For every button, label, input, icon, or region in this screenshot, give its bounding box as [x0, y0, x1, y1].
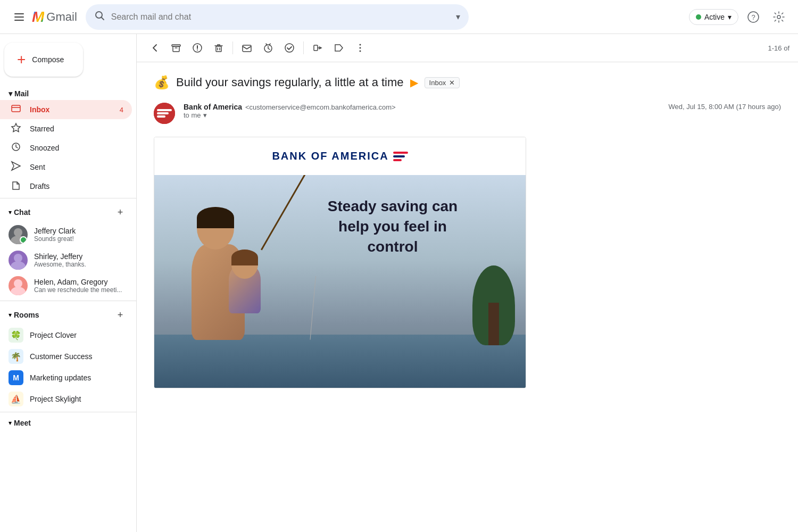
move-to-button[interactable]: [308, 38, 327, 57]
search-bar-wrapper: ▾: [86, 4, 469, 30]
chat-helen-name: Helen, Adam, Gregory: [34, 278, 123, 286]
search-bar: ▾: [86, 4, 469, 30]
stripe-1: [393, 152, 408, 154]
mail-section-header[interactable]: ▾ Mail: [0, 85, 136, 100]
to-label: to me: [184, 111, 201, 119]
email-meta: Bank of America <customerservice@emcom.b…: [154, 103, 781, 124]
toolbar-divider-2: [303, 41, 304, 54]
svg-rect-39: [157, 112, 169, 114]
sender-info: Bank of America <customerservice@emcom.b…: [184, 103, 660, 119]
subject-emoji: 💰: [154, 75, 170, 90]
chat-add-button[interactable]: +: [113, 205, 128, 220]
boa-tagline: Steady saving can help you feel in contr…: [323, 196, 462, 256]
compose-button[interactable]: + Compose: [4, 43, 83, 77]
svg-line-4: [101, 18, 104, 20]
main-layout: + Compose ▾ Mail Inbox 4 Starred Snoozed: [0, 34, 798, 532]
settings-button[interactable]: [768, 6, 789, 28]
add-task-button[interactable]: [280, 38, 299, 57]
to-dropdown[interactable]: ▾: [203, 111, 207, 119]
snooze-button[interactable]: [259, 38, 278, 57]
back-button[interactable]: [145, 38, 164, 57]
boa-logo-text: BANK OF AMERICA: [272, 150, 388, 162]
meet-section-label[interactable]: Meet: [14, 419, 31, 427]
active-label: Active: [704, 13, 725, 21]
svg-point-23: [197, 49, 198, 51]
nav-drafts[interactable]: Drafts: [0, 177, 132, 196]
search-icon: [94, 10, 105, 23]
stripe-2: [393, 155, 405, 157]
drafts-icon: [11, 180, 21, 193]
snoozed-label: Snoozed: [30, 144, 123, 152]
room-icon-clover: 🍀: [9, 328, 23, 343]
inbox-icon: [11, 103, 21, 117]
chat-item-shirley[interactable]: Shirley, Jeffery Awesome, thanks.: [0, 247, 132, 273]
banner-trunk: [488, 303, 499, 345]
room-icon-customer-success: 🌴: [9, 349, 23, 364]
stripe-3: [393, 159, 402, 161]
menu-button[interactable]: [9, 6, 30, 28]
chat-shirley-name: Shirley, Jeffery: [34, 252, 123, 261]
room-name-customer-success: Customer Success: [30, 352, 92, 361]
chat-caret[interactable]: ▾: [9, 209, 12, 216]
rooms-caret[interactable]: ▾: [9, 311, 12, 319]
boa-email-body: BANK OF AMERICA: [154, 137, 526, 388]
report-spam-button[interactable]: [188, 38, 207, 57]
room-name-skylight: Project Skylight: [30, 395, 81, 403]
room-project-skylight[interactable]: ⛵ Project Skylight: [0, 388, 132, 410]
nav-inbox[interactable]: Inbox 4: [0, 100, 132, 119]
room-customer-success[interactable]: 🌴 Customer Success: [0, 346, 132, 367]
mail-section-caret: ▾: [9, 89, 12, 98]
active-status-button[interactable]: Active ▾: [689, 9, 738, 25]
mark-unread-button[interactable]: [237, 38, 256, 57]
gmail-logo[interactable]: M Gmail: [32, 9, 77, 26]
chat-item-helen[interactable]: Helen, Adam, Gregory Can we reschedule t…: [0, 273, 132, 298]
archive-button[interactable]: [167, 38, 186, 57]
room-project-clover[interactable]: 🍀 Project Clover: [0, 325, 132, 346]
nav-snoozed[interactable]: Snoozed: [0, 138, 132, 157]
svg-marker-9: [12, 123, 20, 132]
toolbar-divider-1: [232, 41, 233, 54]
meet-caret[interactable]: ▾: [9, 419, 12, 427]
chat-section-label[interactable]: Chat: [14, 208, 113, 217]
svg-point-12: [14, 228, 22, 237]
rooms-add-button[interactable]: +: [113, 307, 128, 322]
delete-button[interactable]: [209, 38, 228, 57]
room-name-marketing: Marketing updates: [30, 373, 91, 382]
room-name-clover: Project Clover: [30, 331, 77, 339]
email-content: 💰 Build your savings regularly, a little…: [137, 62, 798, 401]
email-to: to me ▾: [184, 111, 660, 119]
search-input[interactable]: [111, 12, 456, 22]
boa-logo: BANK OF AMERICA: [171, 150, 509, 162]
meet-section-header[interactable]: ▾ Meet: [0, 414, 136, 429]
rooms-section-header: ▾ Rooms +: [0, 303, 136, 325]
sender-avatar: [154, 103, 175, 124]
nav-starred[interactable]: Starred: [0, 119, 132, 138]
svg-rect-0: [14, 13, 24, 14]
svg-point-16: [14, 279, 22, 288]
svg-text:?: ?: [751, 13, 755, 21]
more-options-button[interactable]: [351, 38, 370, 57]
inbox-tag: Inbox ✕: [425, 77, 460, 88]
top-bar: M Gmail ▾ Active ▾ ?: [0, 0, 798, 34]
sender-name: Bank of America: [184, 103, 242, 111]
nav-sent[interactable]: Sent: [0, 157, 132, 177]
rooms-section-label[interactable]: Rooms: [14, 311, 113, 319]
chat-jeffery-info: Jeffery Clark Sounds great!: [34, 227, 123, 243]
starred-icon: [11, 122, 21, 136]
boa-header: BANK OF AMERICA: [154, 137, 526, 175]
inbox-tag-label: Inbox: [429, 79, 446, 87]
svg-point-31: [285, 44, 294, 52]
avatar-helen: [9, 276, 28, 295]
room-marketing-updates[interactable]: M Marketing updates: [0, 367, 132, 388]
search-dropdown-button[interactable]: ▾: [456, 12, 460, 22]
svg-rect-8: [12, 105, 20, 112]
sender-email: <customerservice@emcom.bankofamerica.com…: [245, 103, 396, 111]
svg-point-7: [777, 15, 780, 19]
svg-point-34: [360, 44, 361, 46]
compose-label: Compose: [32, 55, 64, 64]
help-button[interactable]: ?: [743, 6, 764, 28]
chat-item-jeffery[interactable]: Jeffery Clark Sounds great!: [0, 222, 132, 247]
inbox-tag-close[interactable]: ✕: [449, 79, 455, 87]
chat-jeffery-name: Jeffery Clark: [34, 227, 123, 235]
label-button[interactable]: [329, 38, 348, 57]
